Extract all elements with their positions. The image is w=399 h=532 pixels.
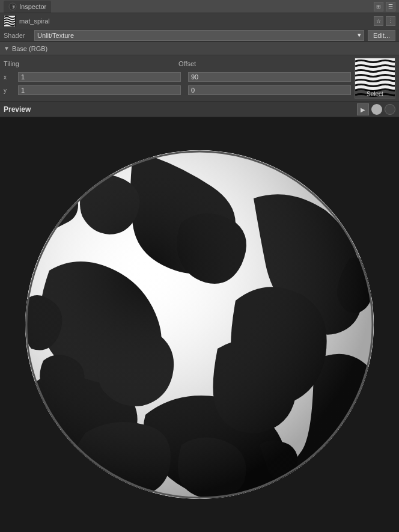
preview-play-button[interactable]: ▶: [357, 103, 369, 115]
inspector-tab-icon: [8, 2, 17, 11]
tiling-y-label: y: [4, 87, 16, 94]
tiling-x-row: x: [4, 71, 351, 83]
preview-header: Preview ▶: [0, 102, 399, 117]
sphere-preview: [25, 150, 374, 499]
title-bar-actions: ⊞ ☰: [374, 2, 395, 11]
layout-icon[interactable]: ⊞: [374, 2, 383, 11]
tiling-y-row: y: [4, 84, 351, 96]
shader-value: Unlit/Texture: [37, 32, 74, 39]
shader-edit-button[interactable]: Edit...: [368, 30, 395, 41]
tiling-x-label: x: [4, 74, 16, 81]
shader-row: Shader Unlit/Texture ▾ Edit...: [0, 29, 399, 42]
texture-select-button[interactable]: Select: [355, 90, 395, 98]
preview-canvas: [0, 117, 399, 532]
base-section-header[interactable]: ▼ Base (RGB): [0, 42, 399, 55]
play-icon: ▶: [361, 106, 365, 113]
tiling-label: Tiling: [4, 60, 31, 67]
texture-thumbnail[interactable]: Select: [355, 58, 395, 99]
material-icon: [4, 15, 16, 27]
favorite-icon[interactable]: ☆: [374, 16, 383, 26]
section-collapse-arrow: ▼: [4, 45, 10, 52]
menu-icon[interactable]: ☰: [386, 2, 395, 11]
material-name: mat_spiral: [19, 17, 50, 25]
title-bar: Inspector ⊞ ☰: [0, 0, 399, 13]
texture-section: Tiling Offset x y S: [0, 55, 399, 102]
texture-params: Tiling Offset x y: [4, 58, 355, 99]
shader-dropdown-arrow: ▾: [358, 31, 361, 39]
material-actions: ☆ ⋮: [374, 16, 395, 26]
section-title: Base (RGB): [12, 45, 47, 52]
tiling-x-input[interactable]: [18, 72, 181, 82]
svg-point-0: [9, 3, 16, 10]
inspector-tab[interactable]: Inspector: [4, 1, 51, 13]
tiling-y-input[interactable]: [18, 85, 181, 95]
inspector-tab-label: Inspector: [19, 3, 46, 10]
offset-x-input[interactable]: [188, 72, 351, 82]
tiling-header-row: Tiling Offset: [4, 58, 351, 70]
options-icon[interactable]: ⋮: [386, 16, 395, 26]
shader-label: Shader: [4, 32, 31, 39]
offset-label: Offset: [178, 60, 206, 67]
offset-y-input[interactable]: [188, 85, 351, 95]
shader-dropdown[interactable]: Unlit/Texture ▾: [34, 30, 364, 41]
preview-title: Preview: [4, 105, 31, 114]
preview-dark-ball[interactable]: [385, 104, 395, 115]
material-name-row: mat_spiral ☆ ⋮: [0, 13, 399, 29]
preview-light-ball[interactable]: [371, 104, 382, 115]
preview-controls: ▶: [357, 103, 395, 115]
